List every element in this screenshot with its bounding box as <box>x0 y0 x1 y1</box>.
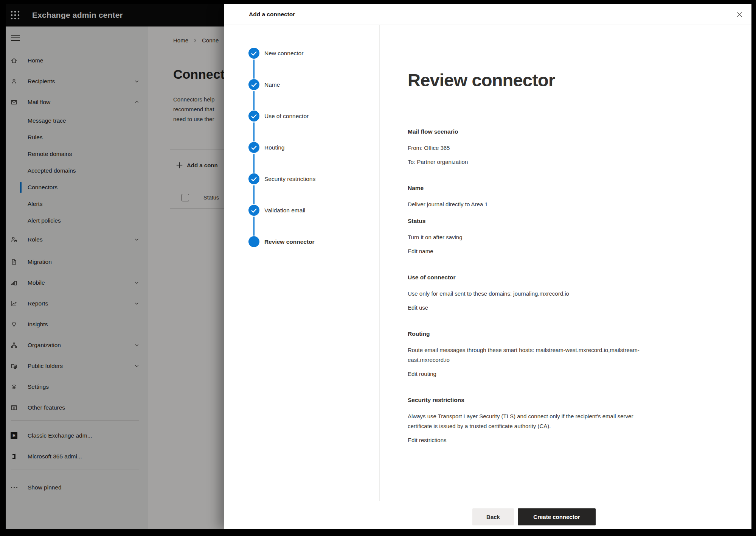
mail-flow-from-value: From: Office 365 <box>408 143 710 153</box>
connector-name-value: Deliver journal directly to Area 1 <box>408 199 710 209</box>
routing-value-line1: Route email messages through these smart… <box>408 345 710 355</box>
close-icon <box>736 11 743 18</box>
edit-use-link[interactable]: Edit use <box>408 303 428 313</box>
step-use-of-connector[interactable]: Use of connector <box>248 111 379 142</box>
create-connector-button[interactable]: Create connector <box>518 508 596 525</box>
step-current-icon <box>248 236 259 247</box>
step-done-icon <box>248 79 259 90</box>
step-name[interactable]: Name <box>248 79 379 111</box>
edit-routing-link[interactable]: Edit routing <box>408 369 436 379</box>
step-done-icon <box>248 205 259 216</box>
dialog-title: Add a connector <box>249 11 295 18</box>
routing-value-line2: east.mxrecord.io <box>408 355 710 365</box>
status-value: Turn it on after saving <box>408 232 710 242</box>
section-title-status: Status <box>408 216 710 226</box>
review-heading: Review connector <box>408 70 751 91</box>
step-validation-email[interactable]: Validation email <box>248 205 379 236</box>
edit-restrictions-link[interactable]: Edit restrictions <box>408 435 447 445</box>
dialog-header: Add a connector <box>224 4 751 25</box>
step-done-icon <box>248 111 259 122</box>
dialog-footer: Back Create connector <box>224 501 751 529</box>
section-title-mail-flow-scenario: Mail flow scenario <box>408 127 710 137</box>
security-restrictions-line2: certificate is issued by a trusted certi… <box>408 421 710 431</box>
back-button[interactable]: Back <box>472 508 514 525</box>
close-button[interactable] <box>735 10 744 19</box>
edit-name-link[interactable]: Edit name <box>408 246 433 256</box>
step-done-icon <box>248 142 259 153</box>
section-title-use-of-connector: Use of connector <box>408 273 710 282</box>
step-new-connector[interactable]: New connector <box>248 48 379 79</box>
wizard-stepper: New connector Name Use of connector <box>224 25 380 501</box>
review-panel: Review connector Mail flow scenario From… <box>380 25 751 501</box>
section-title-name: Name <box>408 183 710 193</box>
step-done-icon <box>248 173 259 184</box>
step-security-restrictions[interactable]: Security restrictions <box>248 173 379 205</box>
section-title-security-restrictions: Security restrictions <box>408 395 710 405</box>
step-review-connector[interactable]: Review connector <box>248 236 379 268</box>
use-of-connector-value: Use only for email sent to these domains… <box>408 289 710 299</box>
section-title-routing: Routing <box>408 329 710 339</box>
step-routing[interactable]: Routing <box>248 142 379 173</box>
app-window: Exchange admin center Home Recipients Ma… <box>6 4 751 529</box>
step-done-icon <box>248 48 259 59</box>
security-restrictions-line1: Always use Transport Layer Security (TLS… <box>408 411 710 421</box>
add-connector-dialog: Add a connector New connector <box>224 4 751 529</box>
mail-flow-to-value: To: Partner organization <box>408 157 710 167</box>
